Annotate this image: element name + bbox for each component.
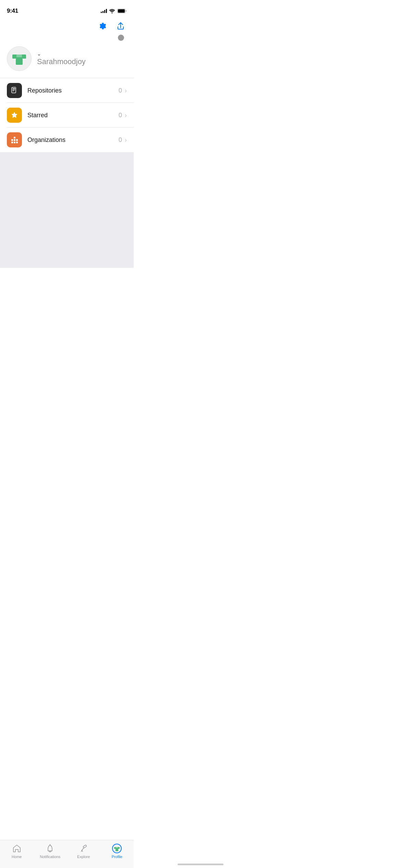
organizations-chevron: › [125,136,127,144]
organizations-item[interactable]: Organizations 0 › [0,128,134,152]
repositories-count: 0 [119,87,122,94]
repositories-chevron: › [125,87,127,94]
chevron-down-icon: ⌄ [37,51,41,57]
svg-rect-19 [14,137,15,138]
svg-rect-2 [118,9,125,13]
organizations-icon [7,132,22,147]
svg-rect-15 [16,139,18,141]
status-icons [101,9,127,13]
starred-item[interactable]: Starred 0 › [0,103,134,128]
organizations-count: 0 [119,136,122,144]
svg-rect-18 [16,142,18,143]
profile-dropdown-button[interactable]: ⌄ [37,51,86,57]
menu-list: Repositories 0 › Starred 0 › Organiz [0,78,134,152]
status-bar: 9:41 [0,0,134,17]
status-time: 9:41 [7,8,18,14]
svg-rect-14 [14,139,15,141]
settings-button[interactable] [97,20,109,33]
starred-icon [7,108,22,123]
svg-point-12 [14,87,15,88]
online-indicator-row [0,33,134,41]
wifi-icon [109,9,115,13]
profile-info: ⌄ Sarahmoodjoy [37,51,86,66]
battery-icon [117,9,127,13]
svg-rect-6 [16,55,22,57]
starred-chevron: › [125,112,127,119]
svg-rect-13 [11,139,13,141]
online-dot [118,35,124,41]
starred-label: Starred [27,112,119,119]
content-area [0,152,134,268]
repositories-label: Repositories [27,87,119,94]
svg-rect-5 [16,59,23,65]
avatar [7,46,32,71]
profile-section: ⌄ Sarahmoodjoy [0,41,134,78]
signal-icon [101,9,107,13]
svg-point-0 [112,12,113,13]
share-button[interactable] [114,20,127,33]
svg-rect-16 [11,142,13,143]
header-actions [0,17,134,33]
organizations-label: Organizations [27,136,119,144]
starred-count: 0 [119,112,122,119]
repositories-icon [7,83,22,98]
profile-username: Sarahmoodjoy [37,57,86,66]
repositories-item[interactable]: Repositories 0 › [0,78,134,103]
svg-rect-17 [14,142,15,143]
